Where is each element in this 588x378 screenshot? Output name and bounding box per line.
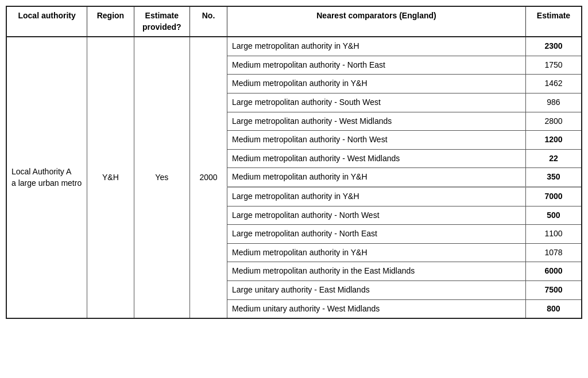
cell-comparator-estimate: 986 — [525, 93, 582, 112]
cell-comparator-label: Medium unitary authority - West Midlands — [227, 299, 526, 318]
cell-comparator-estimate: 2800 — [525, 112, 582, 131]
main-table: Local authority Region Estimate provided… — [6, 6, 582, 319]
header-local-authority: Local authority — [6, 6, 87, 37]
cell-comparator-estimate: 6000 — [525, 262, 582, 281]
cell-comparator-label: Large metropolitan authority in Y&H — [227, 187, 526, 206]
cell-no: 2000 — [190, 37, 227, 318]
cell-comparator-label: Medium metropolitan authority in Y&H — [227, 243, 526, 262]
cell-comparator-label: Medium metropolitan authority - West Mid… — [227, 149, 526, 168]
header-region: Region — [87, 6, 134, 37]
cell-comparator-label: Medium metropolitan authority in Y&H — [227, 75, 526, 93]
cell-comparator-label: Medium metropolitan authority in Y&H — [227, 168, 526, 187]
header-estimate: Estimate — [525, 6, 582, 37]
cell-comparator-label: Medium metropolitan authority in the Eas… — [227, 262, 526, 281]
comparator-row: Local Authority Aa large urban metroY&HY… — [6, 37, 582, 56]
cell-comparator-label: Large metropolitan authority - West Midl… — [227, 112, 526, 131]
cell-comparator-estimate: 1100 — [525, 225, 582, 244]
cell-comparator-estimate: 1750 — [525, 56, 582, 75]
cell-estimate-provided: Yes — [134, 37, 189, 318]
cell-comparator-estimate: 800 — [525, 299, 582, 318]
header-estimate-provided: Estimate provided? — [134, 6, 189, 37]
cell-comparator-label: Large metropolitan authority - South Wes… — [227, 93, 526, 112]
cell-local-authority: Local Authority Aa large urban metro — [6, 37, 87, 318]
cell-region: Y&H — [87, 37, 134, 318]
cell-comparator-label: Large metropolitan authority - North Wes… — [227, 206, 526, 225]
header-comparators: Nearest comparators (England) — [227, 6, 526, 37]
cell-comparator-estimate: 1462 — [525, 75, 582, 93]
cell-comparator-label: Medium metropolitan authority - North Ea… — [227, 56, 526, 75]
header-row: Local authority Region Estimate provided… — [6, 6, 582, 37]
header-no: No. — [190, 6, 227, 37]
table-wrapper: Local authority Region Estimate provided… — [6, 6, 582, 319]
cell-comparator-estimate: 22 — [525, 149, 582, 168]
cell-comparator-label: Large metropolitan authority - North Eas… — [227, 225, 526, 244]
cell-comparator-label: Medium metropolitan authority - North We… — [227, 131, 526, 150]
cell-comparator-label: Large unitary authority - East Midlands — [227, 280, 526, 299]
cell-comparator-label: Large metropolitan authority in Y&H — [227, 37, 526, 56]
cell-comparator-estimate: 2300 — [525, 37, 582, 56]
cell-comparator-estimate: 7000 — [525, 187, 582, 206]
cell-comparator-estimate: 350 — [525, 168, 582, 187]
cell-comparator-estimate: 1078 — [525, 243, 582, 262]
cell-comparator-estimate: 500 — [525, 206, 582, 225]
cell-comparator-estimate: 1200 — [525, 131, 582, 150]
cell-comparator-estimate: 7500 — [525, 280, 582, 299]
